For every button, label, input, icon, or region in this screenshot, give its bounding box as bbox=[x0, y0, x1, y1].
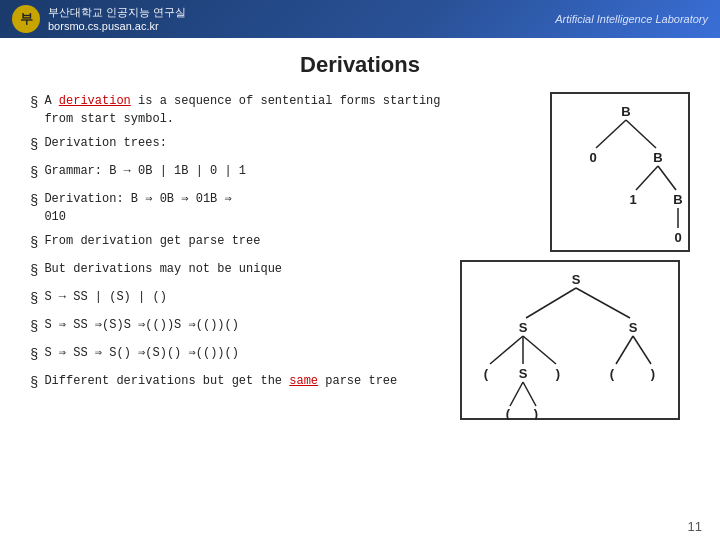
svg-line-4 bbox=[626, 120, 656, 148]
diagram-column: B 0 B 1 B 0 bbox=[460, 92, 690, 420]
bullet-symbol-10: § bbox=[30, 373, 38, 394]
svg-line-29 bbox=[633, 336, 651, 364]
bullet-text-8: S ⇒ SS ⇒(S)S ⇒(())S ⇒(())() bbox=[44, 316, 450, 334]
bullet-text-10: Different derivations but get the same p… bbox=[44, 372, 450, 390]
bullet-7: § S → SS | (S) | () bbox=[30, 288, 450, 310]
tree-diagram-s: S S S ( S ) bbox=[460, 260, 680, 420]
svg-text:S: S bbox=[519, 320, 528, 335]
logo-icon: 부 bbox=[12, 5, 40, 33]
svg-text:): ) bbox=[556, 366, 560, 381]
bullet-text-5: From derivation get parse tree bbox=[44, 232, 450, 250]
bullet-9: § S ⇒ SS ⇒ S() ⇒(S)() ⇒(())() bbox=[30, 344, 450, 366]
bullet-symbol-7: § bbox=[30, 289, 38, 310]
header-left: 부 부산대학교 인공지능 연구실 borsmo.cs.pusan.ac.kr bbox=[12, 5, 186, 34]
svg-line-25 bbox=[523, 382, 536, 406]
svg-line-20 bbox=[523, 336, 556, 364]
bullet-3: § Grammar: B → 0B | 1B | 0 | 1 bbox=[30, 162, 450, 184]
svg-text:B: B bbox=[653, 150, 662, 165]
bullet-text-9: S ⇒ SS ⇒ S() ⇒(S)() ⇒(())() bbox=[44, 344, 450, 362]
svg-text:(: ( bbox=[506, 406, 511, 420]
svg-line-3 bbox=[596, 120, 626, 148]
svg-text:0: 0 bbox=[674, 230, 681, 245]
svg-line-14 bbox=[526, 288, 576, 318]
page-title: Derivations bbox=[30, 52, 690, 78]
svg-text:S: S bbox=[629, 320, 638, 335]
bullet-2: § Derivation trees: bbox=[30, 134, 450, 156]
bullet-symbol-3: § bbox=[30, 163, 38, 184]
bullet-8: § S ⇒ SS ⇒(S)S ⇒(())S ⇒(())() bbox=[30, 316, 450, 338]
bullet-symbol-8: § bbox=[30, 317, 38, 338]
bullet-text-3: Grammar: B → 0B | 1B | 0 | 1 bbox=[44, 162, 450, 180]
svg-line-7 bbox=[636, 166, 658, 190]
bullet-5: § From derivation get parse tree bbox=[30, 232, 450, 254]
bullet-10: § Different derivations but get the same… bbox=[30, 372, 450, 394]
svg-text:부: 부 bbox=[20, 11, 33, 26]
bullet-text-4: Derivation: B ⇒ 0B ⇒ 01B ⇒010 bbox=[44, 190, 450, 226]
bullet-4: § Derivation: B ⇒ 0B ⇒ 01B ⇒010 bbox=[30, 190, 450, 226]
bullet-6: § But derivations may not be unique bbox=[30, 260, 450, 282]
svg-line-24 bbox=[510, 382, 523, 406]
svg-text:0: 0 bbox=[589, 150, 596, 165]
svg-text:S: S bbox=[572, 272, 581, 287]
bullet-symbol-4: § bbox=[30, 191, 38, 212]
bullet-list: § A derivation is a sequence of sententi… bbox=[30, 92, 450, 420]
svg-line-18 bbox=[490, 336, 523, 364]
header-title: 부산대학교 인공지능 연구실 borsmo.cs.pusan.ac.kr bbox=[48, 5, 186, 34]
bullet-text-2: Derivation trees: bbox=[44, 134, 450, 152]
svg-text:): ) bbox=[534, 406, 538, 420]
svg-text:S: S bbox=[519, 366, 528, 381]
bullet-symbol-1: § bbox=[30, 93, 38, 114]
bullet-symbol-2: § bbox=[30, 135, 38, 156]
content-area: § A derivation is a sequence of sententi… bbox=[30, 92, 690, 420]
bullet-symbol-6: § bbox=[30, 261, 38, 282]
svg-text:(: ( bbox=[484, 366, 489, 381]
header-lab-name: Artificial Intelligence Laboratory bbox=[555, 13, 708, 25]
bullet-text-6: But derivations may not be unique bbox=[44, 260, 450, 278]
bullet-symbol-5: § bbox=[30, 233, 38, 254]
svg-line-8 bbox=[658, 166, 676, 190]
bullet-text-1: A derivation is a sequence of sentential… bbox=[44, 92, 450, 128]
svg-line-28 bbox=[616, 336, 633, 364]
page-number: 11 bbox=[688, 519, 702, 534]
svg-text:B: B bbox=[621, 104, 630, 119]
bullet-symbol-9: § bbox=[30, 345, 38, 366]
svg-text:1: 1 bbox=[629, 192, 636, 207]
svg-line-15 bbox=[576, 288, 630, 318]
main-content: Derivations § A derivation is a sequence… bbox=[0, 38, 720, 430]
svg-text:): ) bbox=[651, 366, 655, 381]
bullet-text-7: S → SS | (S) | () bbox=[44, 288, 450, 306]
svg-text:B: B bbox=[673, 192, 682, 207]
svg-text:(: ( bbox=[610, 366, 615, 381]
header: 부 부산대학교 인공지능 연구실 borsmo.cs.pusan.ac.kr A… bbox=[0, 0, 720, 38]
bullet-1: § A derivation is a sequence of sententi… bbox=[30, 92, 450, 128]
tree-diagram-b: B 0 B 1 B 0 bbox=[550, 92, 690, 252]
